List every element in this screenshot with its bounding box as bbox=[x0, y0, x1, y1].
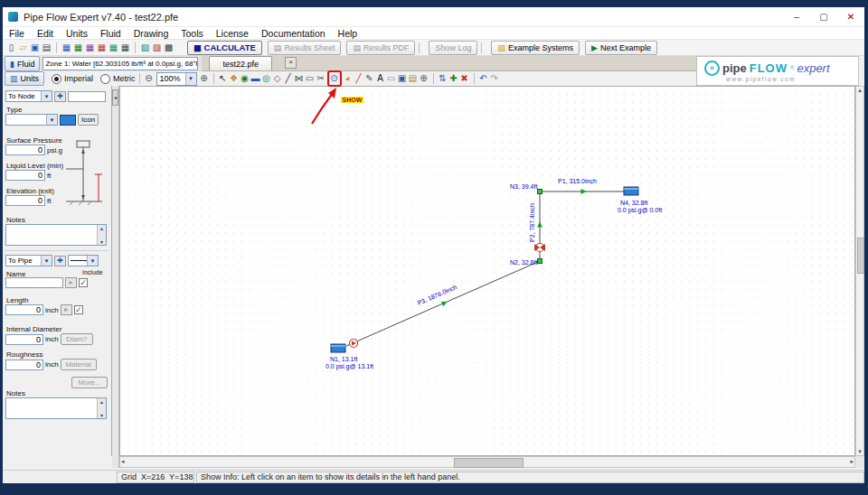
node-N2[interactable] bbox=[538, 259, 542, 264]
panel-splitter[interactable]: ◂ bbox=[112, 86, 119, 468]
close-tab-button[interactable]: × bbox=[285, 57, 297, 69]
vertical-scroll-thumb[interactable] bbox=[857, 238, 864, 274]
scroll-up-icon[interactable]: ▴ bbox=[100, 225, 103, 231]
pipe-database-icon[interactable]: ▨ bbox=[151, 42, 163, 54]
horizontal-scroll-thumb[interactable] bbox=[454, 458, 524, 468]
menu-tools[interactable]: Tools bbox=[175, 28, 210, 39]
next-example-button[interactable]: ▶Next Example bbox=[585, 41, 657, 55]
node-id-input[interactable] bbox=[68, 91, 106, 102]
delete-tool-icon[interactable]: ✖ bbox=[459, 72, 470, 85]
notes-scrollbar[interactable]: ▴▾ bbox=[97, 398, 106, 418]
save-file-icon[interactable]: ▣ bbox=[29, 42, 41, 54]
rectangle-tool-icon[interactable]: ▭ bbox=[305, 72, 316, 85]
drawing-canvas[interactable]: P1, 315.0inchP2, 787.4inchP3, 1876.0inch… bbox=[119, 86, 855, 456]
units-button[interactable]: ▥Units bbox=[5, 71, 44, 86]
add-item-tool-icon[interactable]: ✚ bbox=[448, 72, 459, 85]
scroll-down-icon[interactable]: ▾ bbox=[100, 238, 103, 245]
surface-pressure-input[interactable] bbox=[5, 145, 45, 155]
node-results-grid-icon[interactable]: ▦ bbox=[61, 42, 72, 54]
menu-drawing[interactable]: Drawing bbox=[127, 28, 175, 39]
collapse-panel-button[interactable]: ◂ bbox=[112, 89, 118, 106]
internal-diameter-input[interactable] bbox=[5, 334, 43, 345]
material-button[interactable]: Material bbox=[61, 359, 97, 370]
scroll-down-icon[interactable]: ▾ bbox=[856, 448, 863, 455]
text-tool-icon[interactable]: A bbox=[375, 72, 386, 85]
to-node-select[interactable]: To Node▾ bbox=[5, 90, 52, 102]
tab-test22[interactable]: test22.pfe bbox=[209, 56, 272, 70]
menu-units[interactable]: Units bbox=[60, 28, 94, 39]
scroll-left-icon[interactable]: ◂ bbox=[121, 458, 125, 465]
results-sheet-button[interactable]: ▤Results Sheet bbox=[268, 41, 342, 55]
summary-grid-icon[interactable]: ▦ bbox=[119, 42, 131, 54]
print-icon[interactable]: ▤ bbox=[41, 42, 52, 54]
metric-radio[interactable]: Metric bbox=[100, 74, 136, 84]
drawing-layers-icon[interactable]: ▩ bbox=[163, 42, 175, 54]
zoom-level-select[interactable]: 100%▾ bbox=[156, 72, 197, 86]
reverse-flow-tool-icon[interactable]: ⇅ bbox=[438, 72, 448, 85]
results-pdf-button[interactable]: ▤Results PDF bbox=[346, 41, 415, 55]
fluid-zone-select[interactable]: Zone 1: Water [62.303105 lb/ft³ at 0.0ps… bbox=[42, 57, 198, 70]
horizontal-scrollbar[interactable]: ◂ ▸ bbox=[119, 456, 855, 468]
menu-fluid[interactable]: Fluid bbox=[94, 28, 127, 39]
edit-tool-icon[interactable]: ✎ bbox=[364, 72, 375, 85]
pipe-name-input[interactable] bbox=[5, 277, 63, 288]
copy-tool-icon[interactable]: ▣ bbox=[397, 72, 408, 85]
redo-icon[interactable]: ↷ bbox=[489, 72, 500, 85]
add-pipe-tool-icon[interactable]: ╱ bbox=[283, 72, 294, 85]
example-systems-button[interactable]: ▧Example Systems bbox=[491, 41, 580, 55]
add-node-tool-icon[interactable]: ◉ bbox=[240, 72, 250, 85]
scroll-up-icon[interactable]: ▴ bbox=[856, 87, 863, 94]
close-button[interactable]: ✕ bbox=[837, 7, 864, 27]
zoom-out-icon[interactable]: ⊖ bbox=[144, 72, 155, 85]
length-link-button[interactable]: ▸ bbox=[61, 304, 72, 315]
locate-pipe-button[interactable]: ✚ bbox=[54, 256, 66, 266]
pump-results-grid-icon[interactable]: ▦ bbox=[84, 42, 96, 54]
cut-tool-icon[interactable]: ✂ bbox=[316, 72, 326, 85]
to-pipe-select[interactable]: To Pipe▾ bbox=[5, 255, 52, 266]
undo-icon[interactable]: ↶ bbox=[478, 72, 489, 85]
menu-documentation[interactable]: Documentation bbox=[255, 28, 332, 39]
add-valve-tool-icon[interactable]: ⋈ bbox=[294, 72, 305, 85]
elevation-input[interactable] bbox=[5, 195, 45, 206]
include-pipe-checkbox[interactable]: ✓ bbox=[79, 278, 88, 287]
pipe-link-button[interactable]: ▸ bbox=[65, 277, 77, 288]
show-item-info-tool-icon[interactable]: ⊙ bbox=[329, 72, 340, 85]
node-N4[interactable] bbox=[624, 187, 638, 195]
scroll-up-icon[interactable]: ▴ bbox=[100, 398, 103, 405]
pipe-results-grid-icon[interactable]: ▦ bbox=[72, 42, 84, 54]
menu-file[interactable]: File bbox=[3, 28, 31, 39]
maximize-button[interactable]: ▢ bbox=[810, 7, 837, 27]
node-notes-input[interactable] bbox=[5, 224, 107, 246]
zoom-in-icon[interactable]: ⊕ bbox=[199, 72, 210, 85]
flow-direction-tool-icon[interactable]: ◕ bbox=[343, 72, 354, 85]
menu-edit[interactable]: Edit bbox=[31, 28, 60, 39]
node-N3[interactable] bbox=[538, 190, 542, 194]
find-tool-icon[interactable]: ⊕ bbox=[419, 72, 429, 85]
node-N1[interactable] bbox=[331, 344, 345, 352]
menu-license[interactable]: License bbox=[210, 28, 255, 39]
show-log-button[interactable]: Show Log bbox=[429, 41, 477, 55]
fluid-button[interactable]: ▮Fluid bbox=[5, 56, 40, 71]
length-input[interactable] bbox=[5, 304, 43, 315]
node-type-select[interactable]: ▾ bbox=[5, 114, 58, 126]
pipe-notes-input[interactable] bbox=[5, 397, 107, 419]
calculate-button[interactable]: ▦CALCULATE bbox=[187, 41, 262, 55]
open-file-icon[interactable]: ▱ bbox=[17, 42, 29, 54]
energy-results-grid-icon[interactable]: ▦ bbox=[108, 42, 119, 54]
box-select-tool-icon[interactable]: ▭ bbox=[386, 72, 397, 85]
fitting-results-grid-icon[interactable]: ▦ bbox=[96, 42, 108, 54]
diameter-button[interactable]: Diam? bbox=[61, 333, 93, 345]
liquid-level-input[interactable] bbox=[5, 170, 45, 181]
select-tool-icon[interactable]: ↖ bbox=[218, 72, 229, 85]
minimize-button[interactable]: – bbox=[783, 7, 810, 27]
add-pump-tool-icon[interactable]: ◎ bbox=[261, 72, 272, 85]
close-pipe-tool-icon[interactable]: ╱ bbox=[354, 72, 364, 85]
imperial-radio[interactable]: Imperial bbox=[52, 74, 93, 84]
fluid-zones-icon[interactable]: ▧ bbox=[139, 42, 151, 54]
line-style-select[interactable]: ▾ bbox=[68, 255, 99, 266]
more-button[interactable]: More... bbox=[71, 377, 108, 388]
pan-tool-icon[interactable]: ❖ bbox=[229, 72, 240, 85]
add-component-tool-icon[interactable]: ◇ bbox=[272, 72, 283, 85]
new-file-icon[interactable]: ▯ bbox=[5, 42, 17, 54]
menu-help[interactable]: Help bbox=[332, 28, 364, 39]
